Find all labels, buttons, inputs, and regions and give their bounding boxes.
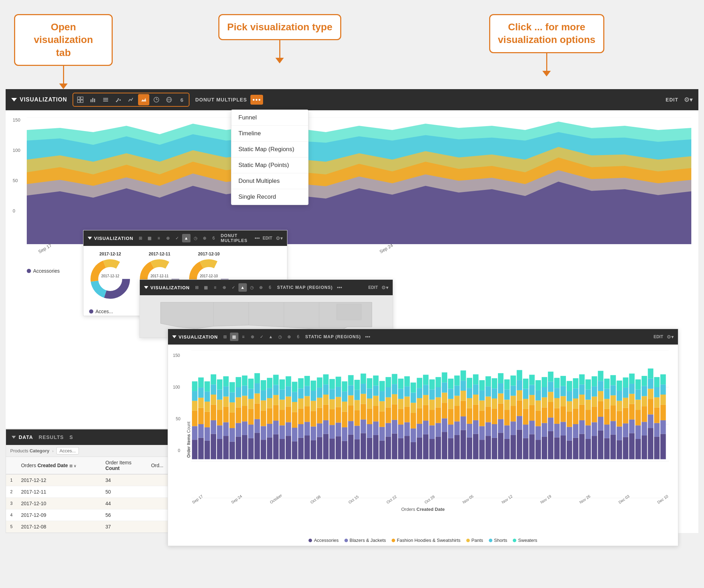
map-list-icon[interactable]: ≡ — [211, 283, 219, 292]
bar-dots-button[interactable]: ••• — [365, 334, 370, 340]
area-chart-svg — [27, 117, 691, 244]
svg-rect-306 — [454, 396, 460, 406]
svg-rect-434 — [585, 379, 591, 390]
donut-line-icon[interactable]: ✓ — [173, 234, 181, 242]
bar2-line-icon[interactable]: ✓ — [257, 333, 266, 341]
svg-rect-71 — [211, 405, 216, 420]
num-icon[interactable]: 6 — [176, 94, 187, 105]
map-gear-icon[interactable]: ⚙▾ — [381, 285, 388, 290]
svg-rect-200 — [342, 382, 348, 392]
bar2-scatter-icon[interactable]: ⊕ — [248, 333, 257, 341]
donut-viz-title: VISUALIZATION — [88, 236, 133, 241]
donut-num-icon[interactable]: 6 — [210, 234, 218, 242]
map-line-icon[interactable]: ✓ — [229, 283, 238, 292]
svg-text:2017-12-10: 2017-12-10 — [200, 274, 218, 278]
dropdown-static-map-regions[interactable]: Static Map (Regions) — [231, 142, 308, 157]
svg-rect-367 — [517, 380, 522, 390]
bar-type-label: STATIC MAP (REGIONS) — [305, 334, 361, 339]
svg-rect-237 — [386, 437, 391, 459]
svg-rect-158 — [298, 378, 304, 389]
bar2-num-icon[interactable]: 6 — [294, 333, 303, 341]
bar-legend-dot-shorts — [489, 539, 492, 542]
list-icon[interactable] — [100, 94, 111, 105]
donut-gear-icon[interactable]: ⚙▾ — [276, 235, 283, 241]
donut-bar-icon[interactable]: ▦ — [145, 234, 154, 242]
col-header-count[interactable]: Order ItemsCount — [101, 457, 147, 474]
map-globe-icon[interactable]: ⊕ — [257, 283, 265, 292]
map-bar-icon[interactable]: ▦ — [202, 283, 210, 292]
bar2-list-icon[interactable]: ≡ — [239, 333, 248, 341]
svg-rect-132 — [273, 395, 279, 405]
svg-rect-424 — [579, 420, 585, 434]
bar2-globe-icon[interactable]: ⊕ — [285, 333, 293, 341]
svg-rect-333 — [486, 436, 491, 459]
map-scatter-icon[interactable]: ⊕ — [220, 283, 229, 292]
svg-rect-80 — [217, 379, 223, 390]
donut-clock-icon[interactable]: ◷ — [191, 234, 200, 242]
map-area-icon[interactable]: ▲ — [238, 283, 247, 292]
more-options-button[interactable]: ••• — [250, 95, 263, 105]
donut-list-icon[interactable]: ≡ — [155, 234, 163, 242]
svg-rect-152 — [292, 382, 298, 392]
tab-data[interactable]: DATA — [12, 434, 33, 440]
area-icon[interactable] — [138, 94, 149, 105]
map-clock-icon[interactable]: ◷ — [248, 283, 256, 292]
dropdown-single-record[interactable]: Single Record — [231, 189, 308, 205]
donut-table-icon[interactable]: ⊞ — [136, 234, 145, 242]
svg-rect-476 — [629, 373, 635, 384]
map-edit-button[interactable]: EDIT — [368, 285, 378, 290]
callout-2-text: Pick visualization type — [227, 21, 332, 32]
donut-dots-button[interactable]: ••• — [255, 235, 260, 241]
edit-button[interactable]: EDIT — [666, 97, 678, 103]
map-dots-button[interactable]: ••• — [337, 285, 342, 290]
globe-icon[interactable] — [163, 94, 175, 105]
svg-rect-175 — [317, 388, 323, 398]
donut-title-text: VISUALIZATION — [94, 236, 133, 241]
tab-s[interactable]: S — [69, 434, 73, 440]
bar-legend-label-shorts: Shorts — [494, 538, 507, 543]
col-header-date[interactable]: Orders Created Date ⊞ ∨ — [17, 457, 101, 474]
svg-rect-310 — [461, 416, 466, 430]
dropdown-static-map-points[interactable]: Static Map (Points) — [231, 157, 308, 173]
callout-2-container: Pick visualization type — [218, 14, 341, 63]
svg-rect-280 — [429, 425, 435, 439]
donut-area-icon[interactable]: ▲ — [182, 234, 191, 242]
bar2-area-icon[interactable]: ▲ — [267, 333, 275, 341]
svg-rect-164 — [304, 376, 310, 386]
tab-results[interactable]: RESULTS — [39, 434, 64, 440]
bar-icon[interactable] — [87, 94, 99, 105]
svg-rect-348 — [498, 394, 504, 404]
svg-rect-479 — [635, 410, 641, 425]
map-table-icon[interactable]: ⊞ — [193, 283, 201, 292]
svg-rect-170 — [311, 380, 316, 391]
dropdown-donut-multiples[interactable]: Donut Multiples — [231, 173, 308, 189]
callout-3-text: Click ... for more visualization options — [498, 21, 596, 45]
map-num-icon[interactable]: 6 — [266, 283, 274, 292]
scatter-icon[interactable] — [113, 94, 124, 105]
dropdown-funnel[interactable]: Funnel — [231, 110, 308, 126]
svg-rect-438 — [592, 397, 597, 407]
settings-icon[interactable]: ⚙▾ — [684, 96, 693, 104]
clock-icon[interactable] — [151, 94, 162, 105]
bar2-clock-icon[interactable]: ◷ — [276, 333, 284, 341]
line-icon[interactable] — [125, 94, 137, 105]
svg-rect-487 — [642, 386, 647, 396]
dropdown-timeline[interactable]: Timeline — [231, 126, 308, 142]
bar-legend: Accessories Blazers & Jackets Fashion Ho… — [168, 535, 678, 546]
bar-edit-button[interactable]: EDIT — [654, 334, 663, 339]
donut-viz-bar: VISUALIZATION ⊞ ▦ ≡ ⊕ ✓ ▲ ◷ ⊕ 6 DONUT MU… — [83, 230, 287, 246]
donut-globe-icon[interactable]: ⊕ — [200, 234, 209, 242]
donut-scatter-icon[interactable]: ⊕ — [164, 234, 172, 242]
donut-edit-button[interactable]: EDIT — [263, 236, 272, 241]
table-icon[interactable] — [75, 94, 86, 105]
svg-rect-87 — [229, 442, 235, 459]
svg-rect-283 — [429, 390, 435, 400]
svg-rect-139 — [279, 390, 285, 400]
svg-rect-355 — [504, 390, 510, 400]
bar-gear-icon[interactable]: ⚙▾ — [667, 334, 674, 340]
collapse-triangle-icon[interactable] — [11, 98, 17, 101]
bar2-bar-icon[interactable]: ▦ — [230, 333, 238, 341]
svg-rect-264 — [411, 403, 416, 413]
svg-rect-93 — [236, 437, 241, 459]
bar2-table-icon[interactable]: ⊞ — [221, 333, 229, 341]
